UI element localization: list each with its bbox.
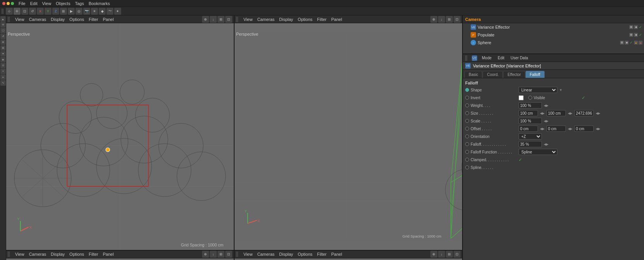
offset-arrow3[interactable]: ◀▶ [595,127,601,131]
tool-frame[interactable]: ⊞ [60,8,67,15]
vp-br-menu-cameras[interactable]: Cameras [257,252,276,257]
offset-input-2[interactable] [546,126,566,132]
tool-deformer[interactable]: 〜 [106,8,113,15]
orient-radio[interactable] [465,134,469,138]
hi-check[interactable]: ✓ [639,25,642,29]
hi3-check[interactable]: ✓ [629,41,633,45]
offset-radio[interactable] [465,127,469,131]
vp-bl-menu-cameras[interactable]: Cameras [28,252,47,257]
vp-bl-menu-options[interactable]: Options [69,252,85,257]
vp-bl-menu-panel[interactable]: Panel [102,252,115,257]
tab-coord[interactable]: Coord. [483,71,503,78]
vp-br-menu-view[interactable]: View [243,252,253,257]
scale-input[interactable] [519,118,542,124]
mode-btn-edit[interactable]: Edit [496,55,506,60]
left-tool-12[interactable]: ∿ [0,80,6,86]
vp-bl-icon3[interactable]: ⊞ [218,251,224,258]
vp-tr-icon2[interactable]: ↓ [438,16,445,23]
vp-bl-menu-filter[interactable]: Filter [88,252,99,257]
axis-z[interactable]: Z [52,8,59,15]
weight-radio[interactable] [465,103,469,107]
menu-tags[interactable]: Tags [75,1,84,6]
size-input-1[interactable] [519,110,538,116]
tool-material[interactable]: ◆ [99,8,106,15]
menu-file[interactable]: File [19,1,26,6]
left-tool-3[interactable]: ⬡ [0,28,6,33]
axis-y[interactable]: Y [45,8,51,15]
tab-basic[interactable]: Basic [464,71,482,78]
vp-tr-menu-view[interactable]: View [243,17,253,22]
offset-input-3[interactable] [574,126,594,132]
vp-bl-menu-display[interactable]: Display [50,252,65,257]
tool-cursor[interactable]: ⊹ [6,8,13,15]
falloff-arrow[interactable]: ◀▶ [543,143,549,146]
vp-bl-icon4[interactable]: ⊡ [225,251,232,258]
vp-tl-menu-cameras[interactable]: Cameras [28,17,47,22]
vp-tl-menu-view[interactable]: View [14,17,25,22]
left-tool-5[interactable]: ⊕ [0,40,6,45]
vp-tr-icon4[interactable]: ⊡ [454,16,461,23]
vp-tl-menu-filter[interactable]: Filter [88,17,99,22]
vp-bl-icon1[interactable]: ⊕ [202,251,209,258]
tab-effector[interactable]: Effector [503,71,525,78]
minimize-button[interactable] [7,2,10,5]
scale-radio[interactable] [465,119,469,123]
menu-view[interactable]: View [42,1,51,6]
orient-select[interactable]: +Z +X +Y -Z [519,133,542,139]
tool-extra[interactable]: ✦ [114,8,121,15]
size-arrow2[interactable]: ◀▶ [567,112,573,115]
size-input-3[interactable] [574,110,594,116]
shape-select[interactable]: Linear Box Sphere Cylinder [519,87,557,93]
left-tool-4[interactable]: ↺ [0,34,6,39]
vp-br-icon3[interactable]: ⊞ [446,251,453,258]
left-tool-2[interactable]: ✛ [0,22,6,28]
vp-br-menu-panel[interactable]: Panel [331,252,343,257]
vp-br-menu-filter[interactable]: Filter [316,252,327,257]
fallofffn-select[interactable]: Spline Linear Ease In Ease Out [519,149,557,155]
vp-br-menu-display[interactable]: Display [278,252,294,257]
offset-arrow2[interactable]: ◀▶ [567,127,573,131]
hierarchy-item-sphere[interactable]: ○ Sphere ⊞ ◈ ✓ ● ● [463,39,644,46]
axis-x[interactable]: X [37,8,44,15]
left-tool-6[interactable]: ⊞ [0,45,6,51]
props-icon[interactable]: VE [472,55,477,61]
hi2-icon1[interactable]: ⊞ [629,33,633,37]
visible-radio[interactable] [528,96,532,100]
vp-tr-menu-cameras[interactable]: Cameras [257,17,276,22]
mode-btn-mode[interactable]: Mode [480,55,493,60]
vp-tr-menu-display[interactable]: Display [278,17,294,22]
left-tool-1[interactable]: ▲ [0,16,6,22]
fallofffn-radio[interactable] [465,150,469,154]
size-arrow3[interactable]: ◀▶ [595,112,601,115]
vp-tr-menu-panel[interactable]: Panel [331,17,343,22]
vp-tl-icon1[interactable]: ⊕ [202,16,209,23]
tab-falloff[interactable]: Falloff [526,71,545,78]
hi-icon1[interactable]: ⊞ [629,25,633,29]
maximize-button[interactable] [11,2,14,5]
weight-arrow[interactable]: ◀▶ [543,104,549,107]
vp-bl-icon2[interactable]: ↓ [210,251,217,258]
offset-input-1[interactable] [519,126,538,132]
tool-move[interactable]: ✛ [14,8,21,15]
left-tool-7[interactable]: ✦ [0,51,6,57]
tool-camera[interactable]: 📷 [83,8,90,15]
clamped-radio[interactable] [465,158,469,162]
tool-render[interactable]: ◎ [75,8,82,15]
vp-br-icon1[interactable]: ⊕ [430,251,437,258]
vp-tr-icon3[interactable]: ⊞ [446,16,453,23]
menu-edit[interactable]: Edit [30,1,38,6]
vp-br-icon2[interactable]: ↓ [438,251,445,258]
viewport-top-left-canvas[interactable]: Perspective [6,23,234,250]
size-radio[interactable] [465,111,469,115]
mode-btn-userdata[interactable]: User Data [509,55,529,60]
invert-radio[interactable] [465,96,469,100]
vp-tr-menu-options[interactable]: Options [297,17,313,22]
scale-arrow[interactable]: ◀▶ [543,119,549,123]
hi2-icon2[interactable]: ◈ [634,33,638,37]
vp-tl-icon4[interactable]: ⊡ [225,16,232,23]
vp-tl-menu-display[interactable]: Display [50,17,65,22]
left-tool-8[interactable]: ◈ [0,57,6,62]
vp-br-icon4[interactable]: ⊡ [454,251,461,258]
shape-radio[interactable] [465,88,469,92]
offset-arrow1[interactable]: ◀▶ [540,127,545,131]
